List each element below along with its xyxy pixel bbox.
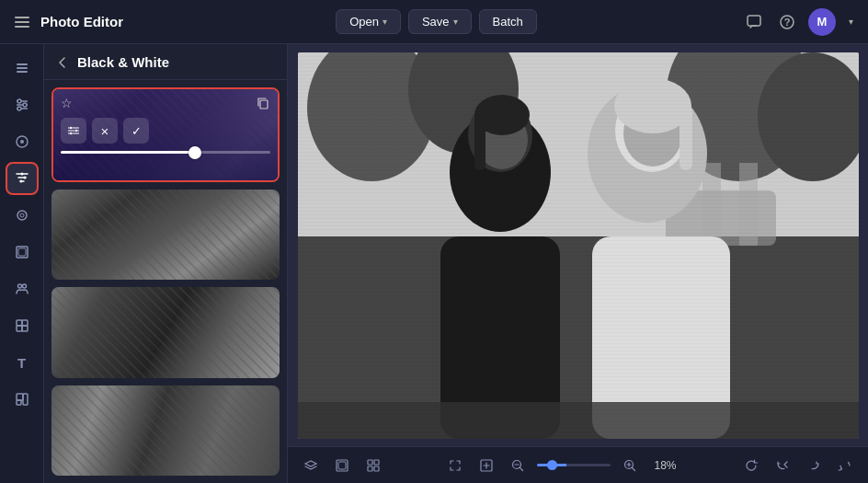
svg-rect-71: [374, 466, 379, 471]
svg-point-59: [476, 110, 528, 169]
sidebar-item-adjustments[interactable]: [6, 88, 39, 121]
stack-bottom-button[interactable]: [330, 455, 354, 476]
icon-sidebar: T: [0, 44, 44, 483]
menu-button[interactable]: [11, 13, 33, 31]
filter-controls: × ✓: [61, 118, 270, 144]
photo-preview: [298, 52, 859, 439]
redo-button[interactable]: [802, 455, 826, 476]
svg-rect-55: [440, 236, 560, 439]
topbar-right: ? M ▾: [742, 8, 857, 36]
avatar-chevron[interactable]: ▾: [845, 13, 857, 30]
sidebar-item-effects[interactable]: [6, 199, 39, 232]
zoom-value: 18%: [649, 459, 682, 472]
filter-black-thumbnail: ☆: [53, 89, 278, 181]
svg-rect-45: [298, 236, 859, 439]
open-button[interactable]: Open ▾: [336, 9, 401, 34]
filter-item-bw2[interactable]: Black & White 2: [51, 190, 280, 281]
svg-point-21: [20, 213, 24, 217]
sidebar-item-layers[interactable]: [6, 52, 39, 85]
star-button[interactable]: ☆: [61, 96, 73, 110]
photo-svg: [298, 52, 859, 439]
svg-point-49: [758, 52, 859, 181]
svg-rect-30: [17, 394, 23, 400]
svg-rect-51: [702, 163, 721, 246]
svg-rect-0: [748, 16, 760, 26]
svg-rect-70: [368, 466, 372, 471]
filter-bw3-thumbnail: [51, 287, 280, 378]
sidebar-item-retouching[interactable]: [6, 309, 39, 342]
sidebar-item-frames[interactable]: [6, 236, 39, 269]
svg-rect-65: [298, 402, 859, 439]
zoom-fit-button[interactable]: [474, 455, 498, 476]
svg-rect-64: [680, 106, 692, 170]
batch-button[interactable]: Batch: [479, 9, 537, 34]
chat-icon-button[interactable]: [742, 9, 766, 34]
filter-item-bw4[interactable]: Black & White 4: [51, 385, 280, 477]
svg-point-16: [20, 140, 24, 144]
filter-header: Black & White: [44, 44, 287, 80]
svg-rect-62: [474, 115, 485, 170]
refresh-button[interactable]: [739, 455, 763, 476]
sidebar-item-presets[interactable]: [6, 125, 39, 158]
svg-rect-44: [298, 52, 859, 236]
svg-rect-5: [17, 71, 28, 73]
sidebar-item-people[interactable]: [6, 272, 39, 305]
filter-intensity-slider[interactable]: [61, 151, 270, 154]
topbar-center: Open ▾ Save ▾ Batch: [138, 9, 735, 34]
svg-rect-29: [22, 326, 28, 331]
app-title: Photo Editor: [40, 14, 123, 29]
svg-point-47: [408, 52, 519, 154]
filter-settings-button[interactable]: [61, 118, 86, 144]
grid-bottom-button[interactable]: [361, 455, 385, 476]
svg-rect-67: [338, 462, 346, 469]
avatar[interactable]: M: [808, 8, 836, 36]
svg-rect-31: [17, 400, 21, 405]
filter-overlay-top: ☆: [61, 95, 270, 110]
canvas-content: [288, 44, 868, 446]
help-icon-button[interactable]: ?: [775, 9, 799, 34]
back-button[interactable]: [55, 53, 70, 70]
copy-button[interactable]: [256, 95, 270, 110]
bottom-bar: 18%: [288, 446, 868, 483]
filter-black-label: Black: [53, 181, 278, 182]
svg-rect-52: [739, 163, 758, 246]
svg-point-18: [23, 177, 26, 179]
reset-button[interactable]: [833, 455, 857, 476]
bottom-center: 18%: [443, 455, 682, 476]
filter-list: ☆: [44, 80, 287, 483]
svg-point-17: [20, 173, 23, 176]
undo-button[interactable]: [771, 455, 794, 476]
filter-item-bw3[interactable]: Black & White 3: [51, 287, 280, 378]
filter-cancel-button[interactable]: ×: [92, 118, 118, 144]
fit-button[interactable]: [443, 455, 467, 476]
svg-point-40: [70, 132, 72, 134]
svg-rect-69: [374, 460, 379, 465]
zoom-plus-button[interactable]: [618, 455, 642, 476]
filter-confirm-button[interactable]: ✓: [123, 118, 149, 144]
svg-point-25: [22, 284, 26, 288]
svg-point-54: [468, 98, 532, 172]
svg-rect-26: [17, 320, 22, 326]
sidebar-item-graphics[interactable]: [6, 383, 39, 416]
filter-bw2-thumbnail: [51, 190, 280, 281]
open-chevron: ▾: [383, 17, 387, 27]
svg-point-46: [307, 52, 436, 181]
filter-overlay: ☆: [53, 89, 278, 181]
filter-item-black[interactable]: ☆: [51, 87, 280, 182]
svg-point-34: [70, 127, 72, 129]
bottom-left: [299, 455, 385, 476]
zoom-slider[interactable]: [537, 464, 611, 466]
save-button[interactable]: Save ▾: [408, 9, 472, 34]
sidebar-item-text[interactable]: T: [6, 346, 39, 379]
svg-point-57: [615, 89, 689, 172]
save-chevron: ▾: [453, 17, 458, 27]
sidebar-item-filters[interactable]: [6, 162, 39, 195]
svg-rect-43: [298, 52, 859, 439]
svg-point-20: [17, 211, 27, 220]
svg-point-53: [450, 112, 551, 232]
zoom-minus-button[interactable]: [506, 455, 530, 476]
svg-point-37: [75, 130, 77, 132]
svg-point-48: [666, 52, 813, 181]
svg-rect-3: [17, 63, 28, 65]
layers-bottom-button[interactable]: [299, 455, 323, 476]
